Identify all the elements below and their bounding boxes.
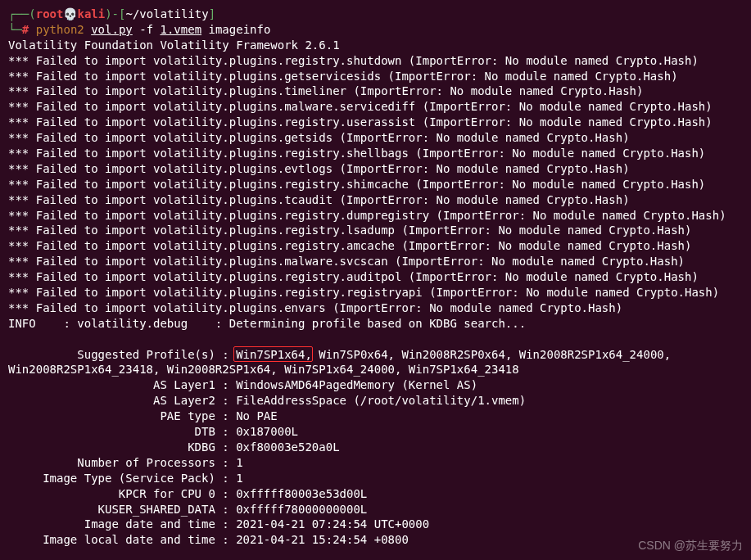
error-line: *** Failed to import volatility.plugins.…	[8, 115, 743, 130]
info-field: Number of Processors : 1	[8, 455, 743, 471]
prompt-line-1: ┌──(root💀kali)-[~/volatility]	[8, 7, 743, 22]
info-field: KPCR for CPU 0 : 0xfffff80003e53d00L	[8, 486, 743, 502]
error-line: *** Failed to import volatility.plugins.…	[8, 192, 743, 208]
error-line: *** Failed to import volatility.plugins.…	[8, 69, 743, 84]
info-field: PAE type : No PAE	[8, 409, 743, 424]
suggested-profiles: Suggested Profile(s) : Win7SP1x64, Win7S…	[8, 347, 743, 378]
paren-close: )	[105, 7, 111, 20]
error-line: *** Failed to import volatility.plugins.…	[8, 177, 743, 192]
error-line: *** Failed to import volatility.plugins.…	[8, 223, 743, 238]
info-fields: AS Layer1 : WindowsAMD64PagedMemory (Ker…	[8, 377, 743, 548]
skull-icon: 💀	[63, 7, 77, 20]
arg-script: vol.py	[91, 23, 133, 36]
prompt-line-2[interactable]: └─# python2 vol.py -f 1.vmem imageinfo	[8, 22, 743, 38]
paren-open: (	[29, 7, 35, 20]
prompt-dash: -	[112, 7, 119, 20]
error-lines: *** Failed to import volatility.plugins.…	[8, 53, 743, 316]
error-line: *** Failed to import volatility.plugins.…	[8, 53, 743, 69]
error-line: *** Failed to import volatility.plugins.…	[8, 130, 743, 146]
arg-flag: -f	[139, 23, 153, 36]
prompt-cwd: ~/volatility	[125, 7, 208, 20]
error-line: *** Failed to import volatility.plugins.…	[8, 84, 743, 99]
prompt-corner-icon: ┌──	[8, 7, 29, 20]
info-field: AS Layer2 : FileAddressSpace (/root/vola…	[8, 393, 743, 409]
terminal-output: ┌──(root💀kali)-[~/volatility] └─# python…	[8, 7, 743, 548]
info-field: KUSER_SHARED_DATA : 0xfffff78000000000L	[8, 502, 743, 517]
error-line: *** Failed to import volatility.plugins.…	[8, 285, 743, 300]
error-line: *** Failed to import volatility.plugins.…	[8, 161, 743, 177]
info-field: DTB : 0x187000L	[8, 424, 743, 440]
blank-line	[8, 332, 743, 347]
info-field: Image local date and time : 2021-04-21 1…	[8, 532, 743, 548]
error-line: *** Failed to import volatility.plugins.…	[8, 269, 743, 285]
profile-highlight: Win7SP1x64,	[236, 348, 312, 361]
error-line: *** Failed to import volatility.plugins.…	[8, 208, 743, 224]
watermark: CSDN @苏生要努力	[638, 538, 743, 553]
prompt-user: root	[36, 7, 64, 20]
error-line: *** Failed to import volatility.plugins.…	[8, 146, 743, 161]
info-field: Image Type (Service Pack) : 1	[8, 471, 743, 486]
info-line: INFO : volatility.debug : Determining pr…	[8, 316, 743, 332]
prompt-hash: #	[22, 23, 29, 36]
error-line: *** Failed to import volatility.plugins.…	[8, 254, 743, 269]
prompt-elbow-icon: └─	[8, 23, 22, 36]
arg-subcmd: imageinfo	[209, 23, 271, 36]
output-header: Volatility Foundation Volatility Framewo…	[8, 38, 743, 53]
error-line: *** Failed to import volatility.plugins.…	[8, 99, 743, 115]
arg-file: 1.vmem	[161, 23, 202, 36]
info-field: Image date and time : 2021-04-21 07:24:5…	[8, 517, 743, 532]
command-name: python2	[36, 23, 84, 36]
prompt-host: kali	[77, 7, 105, 20]
error-line: *** Failed to import volatility.plugins.…	[8, 300, 743, 316]
info-field: KDBG : 0xf80003e520a0L	[8, 440, 743, 455]
info-field: AS Layer1 : WindowsAMD64PagedMemory (Ker…	[8, 377, 743, 393]
error-line: *** Failed to import volatility.plugins.…	[8, 238, 743, 254]
bracket-close: ]	[209, 7, 215, 20]
profile-label: Suggested Profile(s) :	[8, 348, 236, 361]
